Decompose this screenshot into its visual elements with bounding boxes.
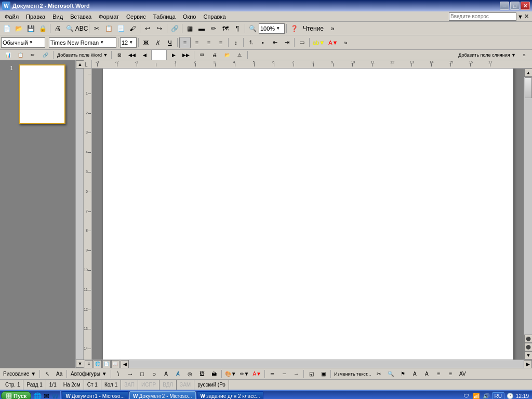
draw-extra1[interactable]: ✂ xyxy=(373,368,384,380)
dash-style-btn[interactable]: ┄ xyxy=(278,368,290,380)
nav-btn3[interactable]: ◀ xyxy=(139,50,150,60)
help-search-input[interactable] xyxy=(449,12,516,21)
fill-color-btn[interactable]: 🎨▼ xyxy=(223,368,238,380)
help-close-icon[interactable]: ✕ xyxy=(524,13,529,20)
italic-button[interactable]: К xyxy=(152,37,164,48)
autoshapes-menu-btn[interactable]: Автофигуры ▼ xyxy=(69,369,109,379)
minimize-button[interactable]: ─ xyxy=(500,2,509,10)
page-1-thumbnail[interactable] xyxy=(19,64,65,124)
read-btn[interactable]: Чтение xyxy=(300,23,326,34)
zoom-dropdown[interactable]: 100% ▼ xyxy=(259,23,285,34)
draw-select-btn[interactable]: ↖ xyxy=(42,368,53,380)
panel-scroll-down[interactable]: ▼ xyxy=(76,360,84,368)
merge-tb-icon4[interactable]: 🔗 xyxy=(39,50,51,60)
draw-extra6[interactable]: ≡ xyxy=(445,368,456,380)
vscroll-down-button[interactable]: ▼ xyxy=(524,351,532,360)
av-btn[interactable]: AV xyxy=(457,368,468,380)
save-button[interactable]: 💾 xyxy=(25,23,36,34)
bold-button[interactable]: Ж xyxy=(140,37,152,48)
style-dropdown[interactable]: Обычный ▼ xyxy=(1,37,45,48)
menu-insert[interactable]: Вставка xyxy=(66,12,95,21)
draw-menu-btn[interactable]: Рисование ▼ xyxy=(1,369,38,379)
toolbar-options[interactable]: » xyxy=(327,23,338,34)
docmap-btn[interactable]: 🗺 xyxy=(220,23,231,34)
draw-extra5[interactable]: A xyxy=(421,368,432,380)
spelling-button[interactable]: ABC xyxy=(76,23,87,34)
open-button[interactable]: 📂 xyxy=(13,23,24,34)
taskbar-app-doc2[interactable]: W Документ2 - Microsо... xyxy=(129,391,196,399)
help-btn[interactable]: ❓ xyxy=(288,23,300,34)
quicklaunch-ie[interactable]: 🌐 xyxy=(33,392,42,399)
increase-indent-button[interactable]: ⇥ xyxy=(281,37,292,48)
quicklaunch-email[interactable]: ✉ xyxy=(42,392,50,399)
normal-view-btn[interactable]: ≡ xyxy=(85,360,93,368)
clipart-tool[interactable]: 🖼 xyxy=(196,368,208,380)
nav-btn5[interactable]: ▶▶ xyxy=(180,50,192,60)
menu-file[interactable]: Файл xyxy=(1,12,22,21)
draw-autotext-btn[interactable]: Аа xyxy=(54,368,65,380)
line-tool[interactable]: \ xyxy=(113,368,124,380)
new-button[interactable]: 📄 xyxy=(1,23,12,34)
picture-tool[interactable]: 🏔 xyxy=(208,368,220,380)
menu-edit[interactable]: Правка xyxy=(22,12,49,21)
hscroll-left-button[interactable]: ◀ xyxy=(121,360,129,368)
merge-options[interactable]: » xyxy=(518,50,530,60)
bullets-button[interactable]: • xyxy=(257,37,269,48)
numbering-button[interactable]: ⒈ xyxy=(245,37,257,48)
arrow-tool[interactable]: → xyxy=(125,368,136,380)
menu-table[interactable]: Таблица xyxy=(150,12,179,21)
font-color-button[interactable]: A▼ xyxy=(327,37,339,48)
vscroll-browse-prev[interactable]: ⚫ xyxy=(524,335,533,343)
arrow-style-btn[interactable]: → xyxy=(290,368,302,380)
textbox-tool[interactable]: A xyxy=(161,368,172,380)
nav-btn2[interactable]: ◀◀ xyxy=(126,50,138,60)
table-btn[interactable]: ▦ xyxy=(184,23,195,34)
draw-extra4[interactable]: A xyxy=(409,368,420,380)
line-spacing-button[interactable]: ↕ xyxy=(230,37,242,48)
menu-help[interactable]: Справка xyxy=(200,12,229,21)
align-left-button[interactable]: ≡ xyxy=(179,37,191,48)
draw-extra3[interactable]: ⚑ xyxy=(397,368,408,380)
nav-btn4[interactable]: ▶ xyxy=(168,50,179,60)
drawing-btn[interactable]: ✏ xyxy=(208,23,219,34)
border-button[interactable]: ▭ xyxy=(296,37,308,48)
menu-view[interactable]: Вид xyxy=(49,12,66,21)
draw-align-btn[interactable]: ≡ xyxy=(433,368,444,380)
merge-icon5[interactable]: ✉ xyxy=(196,50,208,60)
font-color-btn2[interactable]: A▼ xyxy=(251,368,263,380)
align-justify-button[interactable]: ≡ xyxy=(215,37,227,48)
size-dropdown[interactable]: 12 ▼ xyxy=(120,37,137,48)
fmt-options[interactable]: » xyxy=(340,37,351,48)
merge-tb-icon1[interactable]: 📊 xyxy=(2,50,14,60)
panel-scroll-up[interactable]: ▲ xyxy=(76,60,84,69)
language-indicator[interactable]: RU xyxy=(492,392,504,400)
underline-button[interactable]: Ч xyxy=(164,37,176,48)
menu-format[interactable]: Формат xyxy=(95,12,123,21)
document-page[interactable] xyxy=(103,69,513,360)
3d-btn[interactable]: ▣ xyxy=(317,368,329,380)
change-text-btn[interactable]: Изменить текст... xyxy=(332,368,373,380)
merge-icon6[interactable]: 🖨 xyxy=(209,50,220,60)
panel-vscroll[interactable]: ▲ ▼ xyxy=(75,60,84,368)
vscroll-browse-next[interactable]: ⚫ xyxy=(524,343,533,351)
preview-button[interactable]: 🔍 xyxy=(64,23,75,34)
font-dropdown[interactable]: Times New Roman ▼ xyxy=(49,37,116,48)
taskbar-app-doc1[interactable]: W Документ1 - Microsо... xyxy=(62,391,128,399)
document-scroll-area[interactable] xyxy=(92,69,524,360)
line-color-btn[interactable]: ✏▼ xyxy=(238,368,251,380)
merge-tb-icon2[interactable]: 📋 xyxy=(15,50,26,60)
add-word-field-btn[interactable]: Добавить поле Word ▼ xyxy=(56,50,109,60)
menu-window[interactable]: Окно xyxy=(179,12,200,21)
print-button[interactable]: 🖨 xyxy=(52,23,63,34)
redo-button[interactable]: ↪ xyxy=(154,23,165,34)
document-content[interactable] xyxy=(103,69,513,360)
maximize-button[interactable]: □ xyxy=(510,2,520,10)
hscroll-right-button[interactable]: ▶ xyxy=(524,360,532,368)
taskbar-app-doc3[interactable]: W задание для 2 класс... xyxy=(197,391,264,399)
decrease-indent-button[interactable]: ⇤ xyxy=(269,37,281,48)
line-style-btn[interactable]: ━ xyxy=(267,368,278,380)
undo-button[interactable]: ↩ xyxy=(142,23,153,34)
nav-btn1[interactable]: ⊠ xyxy=(114,50,125,60)
cut-button[interactable]: ✂ xyxy=(91,23,102,34)
menu-service[interactable]: Сервис xyxy=(123,12,150,21)
